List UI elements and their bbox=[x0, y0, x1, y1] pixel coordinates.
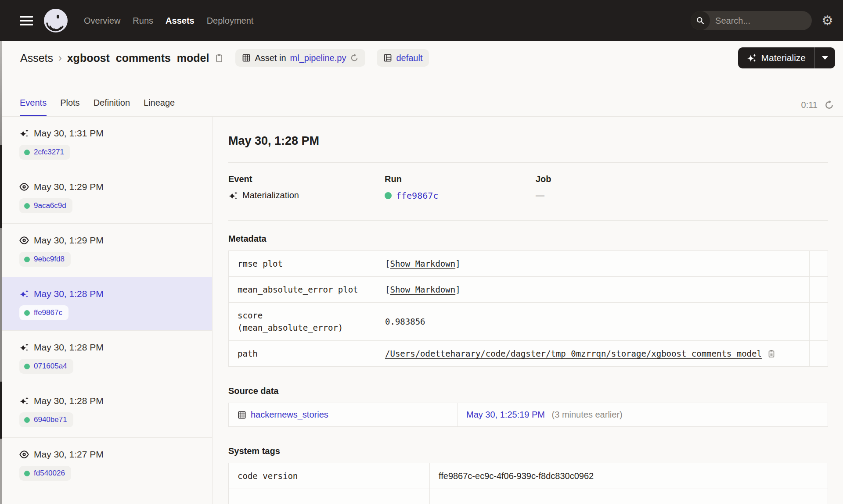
materialize-split-button: Materialize bbox=[738, 47, 835, 68]
table-row: rmse plot [Show Markdown] bbox=[229, 251, 828, 277]
run-id-label: 6940be71 bbox=[34, 415, 67, 424]
top-nav: Overview Runs Assets Deployment / ⚙ bbox=[0, 0, 843, 41]
source-asset-cell: hackernews_stories bbox=[229, 403, 458, 427]
metadata-extra-cell bbox=[810, 303, 828, 341]
table-row: path /Users/odetteharary/code/dagster/tm… bbox=[229, 341, 828, 367]
event-list-item[interactable]: May 30, 1:28 PM 071605a4 bbox=[0, 331, 212, 384]
source-data-table: hackernews_stories May 30, 1:25:19 PM (3… bbox=[228, 403, 828, 427]
event-label: Event bbox=[228, 174, 385, 184]
system-tags-table: code_version ffe9867c-ec9c-4f06-939c-f8d… bbox=[228, 463, 828, 504]
tab-definition[interactable]: Definition bbox=[94, 98, 130, 116]
run-id-label: 9aca6c9d bbox=[34, 201, 66, 210]
metadata-table: rmse plot [Show Markdown] mean_absolute_… bbox=[228, 250, 828, 367]
run-id-label: ffe9867c bbox=[34, 308, 62, 317]
source-timestamp-link[interactable]: May 30, 1:25:19 PM bbox=[466, 410, 545, 419]
event-list: May 30, 1:31 PM 2cfc3271 May 30, 1:29 PM… bbox=[0, 117, 213, 504]
metadata-key: rmse plot bbox=[229, 251, 376, 277]
tab-lineage[interactable]: Lineage bbox=[144, 98, 175, 116]
system-tag-key: code_version bbox=[229, 463, 430, 489]
table-row bbox=[229, 489, 828, 504]
system-tags-heading: System tags bbox=[228, 446, 828, 456]
run-id-tag[interactable]: 071605a4 bbox=[19, 359, 73, 374]
background-window-edge bbox=[0, 41, 2, 504]
run-status-dot bbox=[24, 364, 30, 369]
breadcrumb-assets-link[interactable]: Assets bbox=[20, 52, 53, 64]
metadata-key: mean_absolute_error plot bbox=[229, 277, 376, 303]
page-title: xgboost_comments_model bbox=[67, 52, 209, 64]
sparkle-icon bbox=[19, 289, 29, 299]
metadata-extra-cell bbox=[810, 277, 828, 303]
event-detail-title: May 30, 1:28 PM bbox=[228, 134, 828, 148]
job-label: Job bbox=[536, 174, 828, 184]
asset-location-prefix: Asset in bbox=[255, 53, 286, 63]
run-id-tag[interactable]: 9ebc9fd8 bbox=[19, 252, 71, 267]
system-tag-value: ffe9867c-ec9c-4f06-939c-f8dc830c0962 bbox=[430, 463, 828, 489]
event-detail-panel: May 30, 1:28 PM Event Materialization Ru… bbox=[213, 117, 843, 504]
materialize-options-button[interactable] bbox=[815, 47, 835, 68]
run-id-label: 071605a4 bbox=[34, 362, 67, 371]
dagster-logo[interactable] bbox=[43, 8, 68, 33]
repo-icon bbox=[383, 54, 392, 62]
show-markdown-link[interactable]: Show Markdown bbox=[390, 259, 455, 268]
caret-down-icon bbox=[822, 56, 828, 60]
source-data-heading: Source data bbox=[228, 386, 828, 396]
event-list-item[interactable]: May 30, 1:31 PM 2cfc3271 bbox=[0, 117, 212, 170]
eye-icon bbox=[19, 450, 29, 459]
repo-tag[interactable]: default bbox=[377, 49, 429, 67]
tab-events[interactable]: Events bbox=[20, 98, 47, 116]
materialize-button[interactable]: Materialize bbox=[738, 47, 814, 68]
breadcrumb: Assets › xgboost_comments_model bbox=[20, 52, 224, 64]
copy-asset-name-icon[interactable] bbox=[214, 53, 224, 63]
run-id-tag[interactable]: 2cfc3271 bbox=[19, 145, 70, 160]
asset-location-file-link[interactable]: ml_pipeline.py bbox=[290, 53, 346, 63]
nav-item-runs[interactable]: Runs bbox=[133, 16, 153, 26]
hamburger-icon[interactable] bbox=[20, 16, 33, 25]
run-id-tag[interactable]: 6940be71 bbox=[19, 412, 73, 427]
metadata-key: path bbox=[229, 341, 376, 367]
copy-path-icon[interactable] bbox=[767, 349, 776, 358]
event-time: May 30, 1:27 PM bbox=[34, 449, 104, 460]
run-id-tag[interactable]: ffe9867c bbox=[19, 305, 68, 320]
event-list-item[interactable]: May 30, 1:29 PM 9ebc9fd8 bbox=[0, 224, 212, 277]
event-list-item[interactable]: May 30, 1:28 PM 6940be71 bbox=[0, 384, 212, 438]
source-time-cell: May 30, 1:25:19 PM (3 minutes earlier) bbox=[458, 403, 828, 427]
metadata-value: /Users/odetteharary/code/dagster/tmp_0mz… bbox=[376, 341, 810, 367]
source-asset-link[interactable]: hackernews_stories bbox=[251, 410, 328, 420]
search-bar[interactable]: / bbox=[691, 11, 812, 30]
nav-item-deployment[interactable]: Deployment bbox=[207, 16, 254, 26]
run-status-dot bbox=[385, 192, 392, 199]
path-link[interactable]: /Users/odetteharary/code/dagster/tmp_0mz… bbox=[385, 349, 762, 358]
gear-icon[interactable]: ⚙ bbox=[821, 14, 833, 27]
metadata-value: [Show Markdown] bbox=[376, 251, 810, 277]
run-status-dot bbox=[24, 471, 30, 476]
repo-tag-label: default bbox=[396, 53, 422, 63]
metadata-value: [Show Markdown] bbox=[376, 277, 810, 303]
nav-item-overview[interactable]: Overview bbox=[84, 16, 120, 26]
run-id-link[interactable]: ffe9867c bbox=[396, 190, 438, 201]
run-status-dot bbox=[24, 310, 30, 316]
event-type-value: Materialization bbox=[242, 190, 299, 200]
run-status-dot bbox=[24, 417, 30, 423]
refresh-icon[interactable] bbox=[824, 100, 834, 110]
show-markdown-link[interactable]: Show Markdown bbox=[390, 285, 455, 294]
table-row: score (mean_absolute_error) 0.983856 bbox=[229, 303, 828, 341]
sparkle-icon bbox=[228, 191, 238, 200]
table-row: code_version ffe9867c-ec9c-4f06-939c-f8d… bbox=[229, 463, 828, 489]
event-list-item[interactable]: May 30, 1:29 PM 9aca6c9d bbox=[0, 170, 212, 224]
event-time: May 30, 1:28 PM bbox=[34, 396, 104, 406]
reload-location-icon[interactable] bbox=[350, 54, 359, 62]
search-icon bbox=[691, 11, 710, 30]
breadcrumb-separator: › bbox=[58, 52, 62, 64]
dagster-app: Overview Runs Assets Deployment / ⚙ Asse… bbox=[0, 0, 843, 504]
nav-item-assets[interactable]: Assets bbox=[166, 16, 195, 26]
event-time: May 30, 1:28 PM bbox=[34, 342, 104, 353]
metadata-extra-cell bbox=[810, 251, 828, 277]
asset-header-row: Assets › xgboost_comments_model bbox=[0, 41, 843, 75]
asset-location-tag[interactable]: Asset in ml_pipeline.py bbox=[235, 49, 365, 67]
run-id-tag[interactable]: fd540026 bbox=[19, 466, 71, 481]
tab-plots[interactable]: Plots bbox=[60, 98, 79, 116]
run-id-tag[interactable]: 9aca6c9d bbox=[19, 198, 72, 213]
search-input[interactable] bbox=[710, 16, 812, 26]
event-list-item[interactable]: May 30, 1:27 PM fd540026 bbox=[0, 438, 212, 491]
event-list-item-selected[interactable]: May 30, 1:28 PM ffe9867c bbox=[0, 277, 212, 331]
